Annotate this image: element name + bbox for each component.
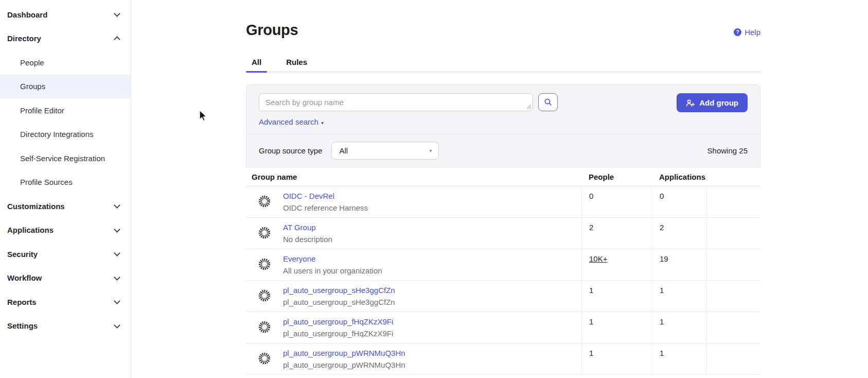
sidebar-item-label: Workflow	[7, 273, 42, 282]
main-area: Groups ? Help All Rules	[131, 0, 868, 378]
people-count: 2	[589, 223, 593, 232]
search-button[interactable]	[538, 93, 558, 111]
applications-count: 1	[660, 349, 664, 357]
sidebar-item-label: Directory	[7, 34, 41, 43]
chevron-down-icon	[114, 10, 120, 17]
sidebar-item-people[interactable]: People	[0, 50, 131, 75]
group-source-type-label: Group source type	[259, 146, 322, 155]
sidebar-item-label: Settings	[7, 321, 38, 330]
sidebar-item-label: Dashboard	[7, 10, 47, 19]
table-row: OIDC - DevRel OIDC reference Harness 0 0	[246, 186, 760, 218]
sidebar-item-directory-integrations[interactable]: Directory Integrations	[0, 123, 131, 147]
sidebar-item-label: Applications	[7, 226, 54, 234]
tab-all[interactable]: All	[246, 58, 267, 72]
table-header: Group name People Applications	[246, 167, 760, 186]
table-row: pl_auto_usergroup_fHqZKzX9Fi pl_auto_use…	[246, 312, 760, 343]
people-count: 1	[589, 286, 593, 295]
sidebar-item-label: Customizations	[7, 202, 65, 211]
chevron-up-icon	[114, 36, 120, 43]
sidebar-item-security[interactable]: Security	[0, 242, 131, 266]
table-row: Everyone All users in your organization …	[246, 249, 760, 281]
caret-down-icon: ▾	[321, 120, 324, 126]
help-link[interactable]: ? Help	[734, 28, 760, 37]
column-header-group-name: Group name	[246, 173, 581, 181]
chevron-down-icon	[114, 226, 120, 233]
sidebar-item-profile-editor[interactable]: Profile Editor	[0, 98, 131, 123]
table-row: AT Group No description 2 2	[246, 218, 760, 249]
sidebar-item-profile-sources[interactable]: Profile Sources	[0, 170, 131, 195]
group-description: pl_auto_usergroup_fHqZKzX9Fi	[283, 329, 393, 338]
search-filter-panel: Add group Advanced search▾ Group source …	[246, 84, 760, 167]
sidebar-item-label: Directory Integrations	[20, 130, 94, 139]
app-root: Dashboard Directory People Groups Profil…	[0, 0, 868, 378]
people-count: 0	[589, 192, 593, 200]
group-icon	[258, 227, 271, 239]
group-description: All users in your organization	[283, 266, 382, 275]
sidebar-item-customizations[interactable]: Customizations	[0, 194, 131, 218]
advanced-search-link[interactable]: Advanced search▾	[259, 117, 324, 126]
applications-count: 19	[660, 254, 668, 263]
group-name-link[interactable]: OIDC - DevRel	[283, 192, 334, 200]
group-source-type-select[interactable]: All ▾	[331, 142, 439, 160]
chevron-down-icon	[114, 250, 120, 256]
group-description: pl_auto_usergroup_sHe3ggCfZn	[283, 298, 395, 306]
showing-count: Showing 25	[707, 146, 748, 155]
sidebar-item-label: Reports	[7, 298, 37, 306]
sidebar-item-reports[interactable]: Reports	[0, 290, 131, 314]
sidebar-item-applications[interactable]: Applications	[0, 218, 131, 243]
column-header-people: People	[581, 173, 651, 181]
group-name-link[interactable]: pl_auto_usergroup_sHe3ggCfZn	[283, 286, 395, 295]
sidebar: Dashboard Directory People Groups Profil…	[0, 0, 131, 378]
group-name-link[interactable]: AT Group	[283, 223, 316, 232]
sidebar-item-label: Security	[7, 250, 38, 259]
page-title: Groups	[246, 22, 760, 39]
add-group-button[interactable]: Add group	[677, 93, 748, 112]
table-row: pl_auto_usergroup_sHe3ggCfZn pl_auto_use…	[246, 281, 760, 312]
caret-down-icon: ▾	[429, 148, 432, 153]
people-count: 1	[589, 349, 593, 357]
group-icon	[258, 289, 271, 302]
search-icon	[544, 98, 553, 107]
applications-count: 1	[660, 286, 664, 295]
group-name-link[interactable]: Everyone	[283, 254, 315, 263]
group-icon	[258, 321, 271, 333]
applications-count: 0	[660, 192, 664, 200]
group-description: No description	[283, 235, 332, 244]
applications-count: 1	[660, 317, 664, 326]
search-input[interactable]	[259, 93, 533, 111]
groups-table: Group name People Applications OIDC - De…	[246, 167, 760, 375]
group-description: OIDC reference Harness	[283, 203, 368, 212]
sidebar-item-label: Profile Editor	[20, 106, 64, 115]
group-name-link[interactable]: pl_auto_usergroup_pWRNMuQ3Hn	[283, 349, 405, 357]
add-group-label: Add group	[699, 98, 738, 107]
applications-count: 2	[660, 223, 664, 232]
sidebar-item-self-service-registration[interactable]: Self-Service Registration	[0, 146, 131, 170]
sidebar-item-label: People	[20, 58, 44, 67]
group-name-link[interactable]: pl_auto_usergroup_fHqZKzX9Fi	[283, 317, 393, 326]
chevron-down-icon	[114, 322, 120, 329]
tab-bar: All Rules	[246, 58, 760, 72]
sidebar-item-directory[interactable]: Directory	[0, 27, 131, 51]
tab-rules[interactable]: Rules	[280, 58, 313, 72]
sidebar-item-settings[interactable]: Settings	[0, 314, 131, 338]
help-label: Help	[745, 28, 760, 37]
sidebar-item-dashboard[interactable]: Dashboard	[0, 3, 131, 27]
group-icon	[258, 195, 271, 208]
sidebar-item-label: Self-Service Registration	[20, 154, 105, 163]
selected-option: All	[339, 146, 348, 155]
people-count-link[interactable]: 10K+	[589, 254, 607, 263]
chevron-down-icon	[114, 202, 120, 209]
help-icon: ?	[734, 28, 741, 36]
group-icon	[258, 352, 271, 365]
chevron-down-icon	[114, 298, 120, 304]
table-row: pl_auto_usergroup_pWRNMuQ3Hn pl_auto_use…	[246, 343, 760, 375]
group-icon	[258, 258, 271, 270]
sidebar-item-groups[interactable]: Groups	[0, 75, 131, 99]
add-group-icon	[686, 99, 695, 107]
chevron-down-icon	[114, 274, 120, 281]
sidebar-item-label: Profile Sources	[20, 178, 73, 186]
sidebar-item-workflow[interactable]: Workflow	[0, 266, 131, 290]
people-count: 1	[589, 317, 593, 326]
group-description: pl_auto_usergroup_pWRNMuQ3Hn	[283, 360, 405, 369]
column-header-applications: Applications	[651, 173, 706, 181]
